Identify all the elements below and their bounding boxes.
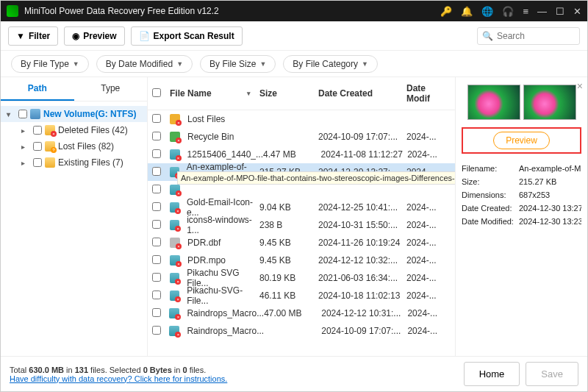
file-icon: ×: [170, 114, 180, 124]
file-icon: ×: [170, 273, 179, 283]
chevron-down-icon[interactable]: ▾: [7, 110, 15, 118]
table-row[interactable]: ×PDR.mpo9.45 KB2024-12-12 10:32:...2024-…: [148, 252, 455, 269]
file-created: 2024-10-09 17:07:...: [321, 326, 407, 336]
file-name: Lost Files: [187, 114, 225, 124]
filter-file-size[interactable]: By File Size▼: [200, 55, 276, 73]
filename-tooltip: An-example-of-MPO-file-that-contains-two…: [177, 171, 455, 185]
tree-item-lost[interactable]: ▸ ? Lost Files (82): [1, 138, 147, 154]
sidebar: Path Type ▾ New Volume(G: NTFS) ▸ × Dele…: [1, 77, 148, 356]
chevron-right-icon[interactable]: ▸: [21, 159, 30, 167]
table-header: File Name▾ Size Date Created Date Modif: [148, 77, 455, 110]
col-created[interactable]: Date Created: [318, 88, 406, 99]
tree-item-existing[interactable]: ▸ Existing Files (7): [1, 154, 147, 171]
file-icon: ×: [170, 202, 179, 213]
chevron-right-icon[interactable]: ▸: [21, 126, 30, 135]
preview-toolbar-button[interactable]: ◉Preview: [64, 26, 124, 46]
filter-date-modified[interactable]: By Date Modified▼: [96, 55, 193, 73]
tree-root-label: New Volume(G: NTFS): [43, 109, 136, 119]
meta-size-label: Size:: [462, 177, 519, 186]
filter-button[interactable]: ▼Filter: [8, 26, 58, 46]
table-row[interactable]: ×Pikachu-SVG-File...46.11 KB2024-10-18 1…: [148, 287, 455, 304]
tab-path[interactable]: Path: [1, 77, 74, 101]
maximize-icon[interactable]: ☐: [556, 6, 564, 17]
select-all-checkbox[interactable]: [152, 88, 161, 97]
tree-root[interactable]: ▾ New Volume(G: NTFS): [1, 106, 147, 122]
table-body: ×Lost Files×Recycle Bin2024-10-09 17:07:…: [148, 110, 455, 356]
row-checkbox[interactable]: [152, 255, 161, 264]
row-checkbox[interactable]: [152, 308, 161, 317]
file-created: 2021-06-03 16:34:...: [318, 273, 406, 283]
tree-checkbox[interactable]: [33, 158, 42, 167]
file-name: Pikachu-SVG-File...: [187, 285, 259, 306]
meta-modified-label: Date Modified:: [462, 217, 519, 226]
bell-icon[interactable]: 🔔: [461, 6, 473, 17]
export-button[interactable]: 📄Export Scan Result: [131, 26, 243, 46]
folder-lost-icon: ?: [45, 141, 55, 152]
file-created: 2024-11-26 10:19:24: [318, 238, 406, 248]
col-name[interactable]: File Name▾: [170, 88, 259, 99]
app-logo-icon: [7, 5, 18, 17]
key-icon[interactable]: 🔑: [440, 6, 452, 17]
table-row[interactable]: ×Lost Files: [148, 110, 455, 128]
col-size[interactable]: Size: [259, 88, 318, 99]
table-row[interactable]: ×Pikachu SVG File...80.19 KB2021-06-03 1…: [148, 269, 455, 287]
close-icon[interactable]: ✕: [573, 6, 581, 17]
file-icon: ×: [169, 326, 179, 336]
status-text: Total 630.0 MB in 131 files. Selected 0 …: [10, 366, 227, 383]
row-checkbox[interactable]: [152, 238, 161, 246]
help-link[interactable]: Have difficulty with data recovery? Clic…: [10, 374, 227, 383]
table-row[interactable]: ×Recycle Bin2024-10-09 17:07:...2024-...: [148, 128, 455, 146]
filter-file-category[interactable]: By File Category▼: [283, 55, 378, 73]
tab-type[interactable]: Type: [74, 77, 148, 101]
row-checkbox[interactable]: [152, 220, 161, 229]
row-checkbox[interactable]: [152, 291, 161, 299]
table-row[interactable]: ×PDR.dbf9.45 KB2024-11-26 10:19:242024-.…: [148, 234, 455, 252]
table-row[interactable]: ×icons8-windows-1...238 B2024-10-31 15:5…: [148, 216, 455, 234]
row-checkbox[interactable]: [152, 167, 161, 176]
file-modified: 2024-...: [406, 202, 451, 213]
search-icon: 🔍: [482, 31, 493, 41]
chevron-right-icon[interactable]: ▸: [21, 143, 30, 151]
file-size: 238 B: [259, 220, 318, 230]
tree-label: Deleted Files (42): [58, 125, 128, 135]
file-modified: 2024-...: [406, 238, 451, 248]
row-checkbox[interactable]: [152, 132, 161, 140]
table-row[interactable]: ×12515406_1440_...4.47 MB2024-11-08 11:1…: [148, 146, 455, 163]
file-created: 2024-12-25 10:41:...: [318, 202, 406, 213]
tree-checkbox[interactable]: [33, 126, 42, 135]
table-row[interactable]: ×Gold-Email-Icon-e...9.04 KB2024-12-25 1…: [148, 199, 455, 216]
tree-checkbox[interactable]: [33, 142, 42, 151]
row-checkbox[interactable]: [152, 114, 161, 123]
tree-item-deleted[interactable]: ▸ × Deleted Files (42): [1, 122, 147, 138]
filter-file-type[interactable]: By File Type▼: [11, 55, 89, 73]
globe-icon[interactable]: 🌐: [481, 6, 493, 17]
search-input[interactable]: [497, 31, 575, 41]
preview-close-icon[interactable]: ×: [577, 80, 583, 92]
folder-icon: [45, 157, 55, 168]
menu-icon[interactable]: ≡: [523, 6, 528, 17]
minimize-icon[interactable]: —: [537, 6, 547, 17]
table-row[interactable]: ×Raindrops_Macro...2024-10-09 17:07:...2…: [148, 322, 455, 340]
row-checkbox[interactable]: [152, 149, 161, 158]
row-checkbox[interactable]: [152, 185, 161, 193]
col-modified[interactable]: Date Modif: [406, 83, 451, 104]
table-row[interactable]: ×Raindrops_Macro...47.00 MB2024-12-12 10…: [148, 304, 455, 322]
save-button[interactable]: Save: [526, 362, 578, 386]
main-area: Path Type ▾ New Volume(G: NTFS) ▸ × Dele…: [1, 77, 587, 356]
file-name: PDR.dbf: [187, 238, 220, 248]
row-checkbox[interactable]: [152, 273, 161, 282]
search-input-wrap[interactable]: 🔍: [477, 27, 580, 45]
file-modified: 2024-...: [406, 273, 451, 283]
file-name: PDR.mpo: [187, 255, 226, 266]
file-name: Recycle Bin: [187, 132, 234, 142]
tree: ▾ New Volume(G: NTFS) ▸ × Deleted Files …: [1, 101, 147, 175]
preview-button[interactable]: Preview: [493, 132, 550, 149]
home-button[interactable]: Home: [464, 362, 520, 386]
tree-root-checkbox[interactable]: [18, 110, 27, 118]
preview-panel: × Preview Filename:An-example-of-MPO-… S…: [455, 77, 587, 356]
row-checkbox[interactable]: [152, 202, 161, 211]
row-checkbox[interactable]: [152, 326, 161, 335]
file-icon: ×: [170, 132, 180, 142]
file-modified: 2024-...: [406, 255, 451, 266]
headset-icon[interactable]: 🎧: [502, 6, 514, 17]
